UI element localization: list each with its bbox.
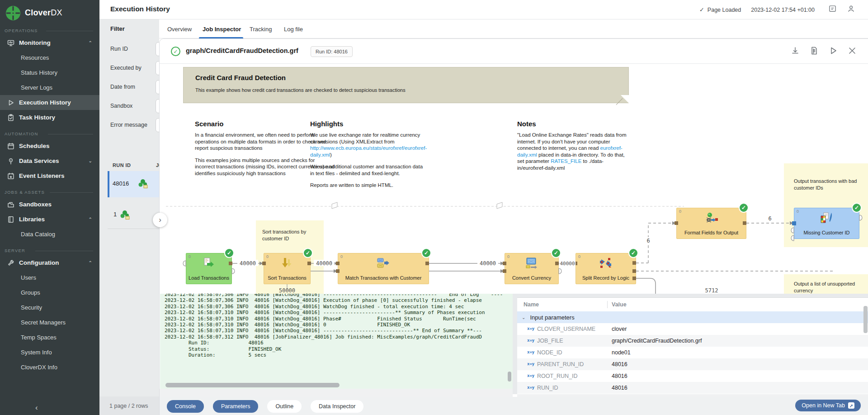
feedback-icon[interactable] [828,5,837,15]
console-log[interactable]: 2023-12-02 16:58:07,306 INFO 48016 [Watc… [160,294,513,389]
calendar-event-icon [7,172,14,180]
sidebar-item-cloverdx-info[interactable]: CloverDX Info [0,360,99,375]
page-title: Execution History [110,5,170,13]
log-line: 2023-12-02 16:58:07,312 INFO 48016 [JobF… [165,334,503,340]
sidebar-item-users[interactable]: Users [0,270,99,285]
brand-logo[interactable]: CloverDX [0,0,99,22]
ecb-url-link[interactable]: http://www.ecb.europa.eu/stats/eurofxref… [310,145,427,157]
tab-overview[interactable]: Overview [167,19,192,38]
close-icon[interactable] [848,46,857,55]
inspector-footer: Console Parameters Outline Data Inspecto… [160,397,868,415]
server-time: 2023-12-02 17:54 +01:00 [751,7,815,13]
filter-label-sandbox: Sandbox [110,103,132,109]
log-document-icon[interactable] [810,46,819,55]
param-row[interactable]: x=y CLOVER_USERNAME clover [517,323,868,335]
sandbox-icon [7,201,14,208]
log-line: Duration: 5 secs [165,352,503,358]
sidebar-item-data-catalog[interactable]: Data Catalog [0,227,99,242]
sidebar-item-data-services[interactable]: Data Services ⌄ [0,153,99,168]
edge-label: 6 [768,215,771,222]
user-icon[interactable] [847,5,855,15]
parameter-icon: x=y [527,385,534,390]
input-parameters-group[interactable]: ⌄ Input parameters [517,311,868,323]
param-row[interactable]: x=y ROOT_RUN_ID 48016 [517,370,868,382]
edge-label: 40000 [480,260,496,267]
tab-log-file[interactable]: Log file [284,19,303,38]
sidebar-item-monitoring[interactable]: Monitoring ⌃ [0,35,99,50]
sidebar-item-resources[interactable]: Resources [0,50,99,65]
node-split-record[interactable]: 0 Split Record by Logic [576,253,636,284]
sidebar-item-system-info[interactable]: System Info [0,345,99,360]
status-indicator: ✓Page Loaded [699,6,741,13]
sidebar-item-label: Event Listeners [19,172,65,179]
open-in-new-tab-button[interactable]: Open in New Tab ➚ [795,400,861,411]
clipboard-icon [7,114,14,121]
log-line: Run ID: 48016 [165,340,503,346]
tab-tracking[interactable]: Tracking [250,19,272,38]
column-header-name: Name [524,301,539,308]
section-server: SERVER [5,248,99,253]
node-format-fields[interactable]: 0 Format Fields for Output [676,208,746,239]
download-icon[interactable] [791,46,800,55]
expand-panel-button[interactable]: › [153,213,167,227]
param-value: graph/CreditCardFraudDetection.grf [612,338,702,344]
chevron-down-icon: ⌄ [522,315,525,320]
parameters-toggle-button[interactable]: Parameters [213,400,259,413]
param-row[interactable]: x=y JOB_FILE graph/CreditCardFraudDetect… [517,335,868,347]
filter-title: Filter [110,25,125,32]
chevron-up-icon: ⌃ [89,260,92,265]
sidebar-item-event-listeners[interactable]: Event Listeners [0,168,99,183]
log-line: 2023-12-02 16:58:07,310 INFO 48016 [Watc… [165,328,503,334]
param-row[interactable]: x=y NODE_ID node01 [517,347,868,358]
tab-job-inspector[interactable]: Job Inspector [203,19,241,38]
sidebar-item-execution-history[interactable]: Execution History [0,95,99,110]
log-line: 2023-12-02 16:58:07,310 INFO 48016 [Watc… [165,316,503,322]
graph-canvas[interactable]: Credit Card Fraud Detection This example… [160,64,868,294]
sidebar-collapse-icon[interactable]: ‹ [35,403,38,412]
sidebar-item-groups[interactable]: Groups [0,285,99,300]
check-icon: ✓ [699,6,704,13]
node-match-transactions[interactable]: 0 Match Transactions with Customer [338,253,429,284]
sidebar-item-security[interactable]: Security [0,300,99,315]
parameters-scrollbar[interactable] [863,306,868,333]
node-load-transactions[interactable]: 0 Load Transactions [186,253,232,284]
graph-description-note: Credit Card Fraud Detection This example… [183,67,629,103]
log-line: Status: FINISHED_OK [165,346,503,352]
chevron-up-icon: ⌃ [89,40,92,45]
run-row-selected[interactable]: 48016 g [108,171,162,197]
rubik-writer-icon [794,212,859,225]
graph-job-icon [119,209,131,221]
run-job-icon[interactable] [829,46,838,55]
sidebar-item-label: Execution History [19,99,71,106]
param-row[interactable]: x=y PARENT_RUN_ID 48016 [517,358,868,370]
param-row[interactable]: x=y RUN_ID 48016 [517,382,868,394]
sidebar-item-temp-spaces[interactable]: Temp Spaces [0,330,99,345]
highlights-text: We use live exchange rate for realtime c… [310,132,427,194]
success-badge: ✓ [303,248,313,258]
console-horizontal-scrollbar[interactable] [160,383,513,388]
parameter-icon: x=y [527,338,534,343]
sidebar-item-sandboxes[interactable]: Sandboxes [0,197,99,212]
edge-label: 40000 [240,260,256,267]
rates-param-link[interactable]: RATES_FILE [551,158,581,164]
sidebar-item-libraries[interactable]: Libraries ⌃ [0,212,99,227]
row-divider [108,229,159,229]
sidebar-item-task-history[interactable]: Task History [0,110,99,125]
sidebar-item-schedules[interactable]: Schedules [0,138,99,153]
node-missing-customer-id[interactable]: 0 Missing Customer ID [794,208,859,239]
log-line: 2023-12-02 16:58:07,306 INFO 48016 [Watc… [165,297,503,303]
sidebar-item-secret-managers[interactable]: Secret Managers [0,315,99,330]
chevron-up-icon: ⌃ [89,217,92,222]
graph-job-icon [137,178,149,190]
console-vertical-scrollbar[interactable] [508,372,511,382]
sidebar-item-configuration[interactable]: Configuration ⌃ [0,255,99,270]
console-toggle-button[interactable]: Console [167,400,204,413]
panel-gap [513,294,517,394]
node-convert-currency[interactable]: 0 Convert Currency [505,253,559,284]
sidebar-item-server-logs[interactable]: Server Logs [0,80,99,95]
data-inspector-toggle-button[interactable]: Data Inspector [311,400,363,413]
sidebar-item-status-history[interactable]: Status History [0,65,99,80]
node-sort-transactions[interactable]: 0 Sort Transactions [264,253,311,284]
outline-toggle-button[interactable]: Outline [267,400,302,413]
cloverdx-logo-icon [5,5,21,21]
